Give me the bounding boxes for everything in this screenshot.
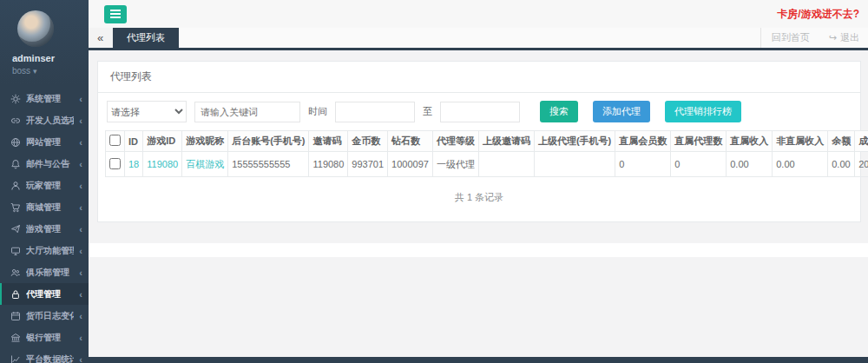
chevron-left-icon: ‹ bbox=[79, 311, 82, 321]
sidebar-item-agents[interactable]: 代理管理 ‹ bbox=[0, 283, 89, 305]
cell-agent-level: 一级代理 bbox=[432, 152, 478, 177]
cell-game-id[interactable]: 119080 bbox=[143, 152, 182, 177]
select-all-checkbox[interactable] bbox=[109, 135, 121, 146]
chevron-left-icon: ‹ bbox=[79, 333, 82, 343]
sidebar-item-label: 大厅功能管理 bbox=[26, 245, 74, 257]
logout-link[interactable]: ↪ 退出 bbox=[820, 31, 868, 44]
cell-direct-income: 0.00 bbox=[727, 152, 773, 177]
tab-agent-list[interactable]: 代理列表 bbox=[113, 28, 179, 48]
col-account: 后台账号(手机号) bbox=[228, 131, 309, 152]
sidebar-item-label: 网站管理 bbox=[26, 136, 74, 148]
chevron-left-icon: ‹ bbox=[79, 159, 82, 169]
keyword-input[interactable] bbox=[194, 102, 300, 122]
col-indirect-income: 非直属收入 bbox=[773, 131, 828, 152]
chart-icon bbox=[10, 354, 21, 363]
tabs-collapse-button[interactable]: « bbox=[89, 28, 113, 48]
sidebar-item-label: 玩家管理 bbox=[26, 180, 74, 192]
cell-gold: 993701 bbox=[348, 152, 388, 177]
col-direct-income: 直属收入 bbox=[727, 131, 773, 152]
logout-label: 退出 bbox=[840, 31, 859, 44]
col-invite-code: 邀请码 bbox=[309, 131, 348, 152]
record-count-summary: 共 1 条记录 bbox=[98, 177, 860, 221]
sidebar-item-players[interactable]: 玩家管理 ‹ bbox=[0, 175, 89, 196]
avatar[interactable] bbox=[17, 10, 54, 47]
col-direct-agents: 直属代理数 bbox=[671, 131, 727, 152]
cell-id[interactable]: 18 bbox=[125, 152, 143, 177]
content-area: 代理列表 请选择 时间 至 搜索 添加代理 代理销排行榜 bbox=[89, 50, 868, 363]
agent-table: ID 游戏ID 游戏昵称 后台账号(手机号) 邀请码 金币数 钻石数 代理等级 … bbox=[105, 130, 868, 177]
sidebar: adminser boss ▾ 系统管理 ‹ 开发人员选项 ‹ 网站管理 ‹ bbox=[0, 0, 89, 363]
sidebar-item-label: 邮件与公告 bbox=[26, 158, 74, 170]
bank-icon bbox=[10, 333, 21, 343]
profile-section: adminser boss ▾ bbox=[0, 0, 89, 84]
link-icon bbox=[10, 116, 21, 126]
filter-toolbar: 请选择 时间 至 搜索 添加代理 代理销排行榜 bbox=[98, 93, 860, 130]
sidebar-item-label: 系统管理 bbox=[26, 93, 74, 105]
col-game-id: 游戏ID bbox=[143, 131, 182, 152]
calendar-icon bbox=[10, 311, 21, 321]
tabbar-right: 回到首页 ↪ 退出 bbox=[760, 28, 868, 48]
cell-parent-invite bbox=[478, 152, 534, 177]
role-dropdown[interactable]: boss ▾ bbox=[12, 66, 89, 76]
sidebar-item-mail-announce[interactable]: 邮件与公告 ‹ bbox=[0, 153, 89, 175]
user-icon bbox=[10, 181, 21, 191]
sidebar-item-clubs[interactable]: 俱乐部管理 ‹ bbox=[0, 261, 89, 283]
sidebar-item-platform-stats[interactable]: 平台数据统计 ‹ bbox=[0, 348, 89, 363]
tab-label: 代理列表 bbox=[127, 31, 165, 44]
bell-icon bbox=[10, 159, 21, 169]
agent-ranking-button[interactable]: 代理销排行榜 bbox=[665, 101, 741, 122]
sidebar-item-lobby-functions[interactable]: 大厅功能管理 ‹ bbox=[0, 240, 89, 261]
lock-icon bbox=[10, 289, 21, 300]
paper-plane-icon bbox=[10, 224, 21, 234]
date-from-input[interactable] bbox=[335, 102, 415, 122]
col-nickname: 游戏昵称 bbox=[182, 131, 228, 152]
cell-become-time: 2021-03-21 11:50:24 bbox=[855, 152, 868, 177]
cell-parent-agent bbox=[534, 152, 615, 177]
agent-list-panel: 代理列表 请选择 时间 至 搜索 添加代理 代理销排行榜 bbox=[97, 61, 861, 222]
sidebar-item-label: 商城管理 bbox=[26, 201, 74, 214]
bottom-bar bbox=[89, 357, 868, 363]
search-button[interactable]: 搜索 bbox=[540, 101, 578, 122]
col-parent-invite: 上级邀请码 bbox=[478, 131, 534, 152]
tab-bar: « 代理列表 回到首页 ↪ 退出 bbox=[89, 28, 868, 50]
filter-select[interactable]: 请选择 bbox=[107, 101, 187, 122]
hamburger-menu-button[interactable] bbox=[104, 5, 127, 23]
chevron-left-icon: ‹ bbox=[79, 181, 82, 191]
hamburger-icon bbox=[110, 13, 121, 15]
add-agent-button[interactable]: 添加代理 bbox=[593, 101, 650, 122]
col-agent-level: 代理等级 bbox=[432, 131, 478, 152]
col-direct-members: 直属会员数 bbox=[615, 131, 671, 152]
sidebar-item-website[interactable]: 网站管理 ‹ bbox=[0, 131, 89, 153]
chevron-left-icon: ‹ bbox=[79, 94, 82, 104]
cell-account: 15555555555 bbox=[228, 152, 309, 177]
topbar: 卡房/游戏进不去? bbox=[89, 0, 868, 28]
row-checkbox[interactable] bbox=[109, 158, 121, 169]
table-wrap: ID 游戏ID 游戏昵称 后台账号(手机号) 邀请码 金币数 钻石数 代理等级 … bbox=[98, 130, 860, 177]
main-area: 卡房/游戏进不去? « 代理列表 回到首页 ↪ 退出 代理列表 请选择 bbox=[89, 0, 868, 363]
sidebar-item-currency-logs[interactable]: 货币日志变化 ‹ bbox=[0, 305, 89, 327]
cell-direct-members: 0 bbox=[615, 152, 671, 177]
sidebar-item-developer-options[interactable]: 开发人员选项 ‹ bbox=[0, 109, 89, 131]
sidebar-item-label: 银行管理 bbox=[26, 332, 74, 344]
to-label: 至 bbox=[423, 105, 432, 118]
back-home-link[interactable]: 回到首页 bbox=[760, 28, 820, 48]
caret-down-icon: ▾ bbox=[33, 67, 37, 76]
sidebar-item-mall[interactable]: 商城管理 ‹ bbox=[0, 196, 89, 218]
chevron-left-icon: ‹ bbox=[79, 354, 82, 363]
double-chevron-left-icon: « bbox=[97, 31, 103, 44]
chevron-left-icon: ‹ bbox=[79, 202, 82, 213]
chevron-left-icon: ‹ bbox=[79, 246, 82, 256]
date-to-input[interactable] bbox=[440, 102, 520, 122]
col-diamond: 钻石数 bbox=[388, 131, 433, 152]
users-icon bbox=[10, 267, 21, 278]
sidebar-item-games[interactable]: 游戏管理 ‹ bbox=[0, 218, 89, 240]
sidebar-item-bank[interactable]: 银行管理 ‹ bbox=[0, 327, 89, 348]
sidebar-item-system[interactable]: 系统管理 ‹ bbox=[0, 88, 89, 109]
chevron-left-icon: ‹ bbox=[79, 267, 82, 278]
col-become-time: 成为代理时间 bbox=[855, 131, 868, 152]
cell-nickname[interactable]: 百棋游戏 bbox=[182, 152, 228, 177]
col-gold: 金币数 bbox=[348, 131, 388, 152]
topbar-alert-link[interactable]: 卡房/游戏进不去? bbox=[777, 7, 859, 22]
globe-icon bbox=[10, 137, 21, 148]
chevron-left-icon: ‹ bbox=[79, 116, 82, 126]
